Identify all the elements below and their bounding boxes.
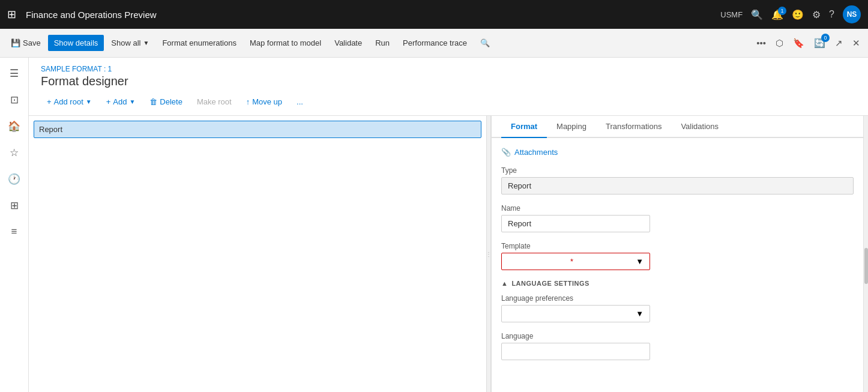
scrollbar-thumb[interactable] bbox=[864, 248, 868, 284]
save-icon: 💾 bbox=[11, 38, 20, 47]
tab-validations[interactable]: Validations bbox=[671, 116, 728, 138]
help-icon[interactable]: ? bbox=[829, 9, 834, 20]
sidebar-menu-icon[interactable]: ☰ bbox=[4, 62, 25, 84]
right-panel: Format Mapping Transformations Validatio… bbox=[491, 116, 863, 392]
template-field-group: Template * ▼ bbox=[501, 242, 854, 270]
connected-icon[interactable]: ⬡ bbox=[773, 35, 786, 52]
tab-transformations[interactable]: Transformations bbox=[596, 116, 671, 138]
template-required-star: * bbox=[570, 257, 573, 266]
search-action-icon[interactable]: 🔍 bbox=[474, 35, 496, 51]
show-details-label: Show details bbox=[54, 38, 98, 47]
add-chevron-icon: ▼ bbox=[129, 98, 135, 105]
show-all-button[interactable]: Show all ▼ bbox=[105, 35, 155, 51]
template-label: Template bbox=[501, 242, 854, 250]
refresh-badge: 0 bbox=[821, 34, 830, 42]
validate-button[interactable]: Validate bbox=[328, 35, 368, 51]
make-root-button: Make root bbox=[191, 94, 238, 109]
sidebar-home-icon[interactable]: 🏠 bbox=[4, 115, 25, 137]
tab-format[interactable]: Format bbox=[501, 116, 547, 138]
page-header: SAMPLE FORMAT : 1 Format designer bbox=[29, 58, 868, 88]
title-bar: ⊞ Finance and Operations Preview USMF 🔍 … bbox=[0, 0, 868, 29]
section-collapse-icon: ▲ bbox=[501, 280, 508, 287]
language-preferences-dropdown[interactable]: ▼ bbox=[501, 305, 650, 322]
sidebar: ☰ ⊡ 🏠 ☆ 🕐 ⊞ ≡ bbox=[0, 58, 29, 392]
add-root-button[interactable]: + Add root ▼ bbox=[41, 94, 98, 109]
breadcrumb[interactable]: SAMPLE FORMAT : 1 bbox=[41, 65, 856, 73]
map-format-to-model-button[interactable]: Map format to model bbox=[244, 35, 327, 51]
show-all-chevron-icon: ▼ bbox=[143, 40, 149, 46]
app-title: Finance and Operations Preview bbox=[26, 10, 714, 20]
panel-divider[interactable]: ⋮ bbox=[486, 116, 491, 392]
content-area: SAMPLE FORMAT : 1 Format designer + Add … bbox=[29, 58, 868, 392]
language-field-group: Language bbox=[501, 332, 854, 360]
add-root-plus-icon: + bbox=[47, 97, 52, 106]
more-options-icon[interactable]: ••• bbox=[753, 35, 769, 51]
action-bar: 💾 Save Show details Show all ▼ Format en… bbox=[0, 29, 868, 58]
type-value: Report bbox=[501, 177, 854, 194]
delete-trash-icon: 🗑 bbox=[149, 97, 157, 106]
designer-toolbar: + Add root ▼ + Add ▼ 🗑 Delete Make root … bbox=[29, 88, 868, 116]
language-input[interactable] bbox=[501, 343, 650, 360]
sidebar-filter-icon[interactable]: ⊡ bbox=[4, 89, 25, 110]
show-details-button[interactable]: Show details bbox=[48, 35, 104, 51]
right-scrollbar[interactable] bbox=[863, 116, 868, 392]
template-dropdown-icon: ▼ bbox=[636, 257, 643, 266]
name-field-group: Name bbox=[501, 204, 854, 232]
settings-icon[interactable]: ⚙ bbox=[812, 9, 821, 20]
add-plus-icon: + bbox=[106, 97, 111, 106]
performance-trace-button[interactable]: Performance trace bbox=[397, 35, 473, 51]
tree-panel: Report bbox=[29, 116, 486, 392]
panel-tabs: Format Mapping Transformations Validatio… bbox=[492, 116, 863, 138]
add-button[interactable]: + Add ▼ bbox=[100, 94, 142, 109]
add-root-chevron-icon: ▼ bbox=[86, 98, 92, 105]
template-dropdown[interactable]: * ▼ bbox=[501, 253, 650, 270]
tree-node-report[interactable]: Report bbox=[34, 121, 481, 138]
name-input[interactable] bbox=[501, 215, 650, 232]
language-preferences-label: Language preferences bbox=[501, 294, 854, 303]
usmf-label: USMF bbox=[720, 10, 743, 19]
more-toolbar-button[interactable]: ... bbox=[291, 94, 309, 109]
notification-badge: 1 bbox=[778, 7, 786, 15]
avatar[interactable]: NS bbox=[843, 5, 861, 23]
bookmark-icon[interactable]: 🔖 bbox=[790, 35, 807, 52]
panel-content: 📎 Attachments Type Report Name bbox=[492, 138, 863, 392]
name-label: Name bbox=[501, 204, 854, 213]
format-enumerations-button[interactable]: Format enumerations bbox=[156, 35, 243, 51]
language-preferences-field-group: Language preferences ▼ bbox=[501, 294, 854, 322]
designer-split: Report ⋮ Format Mapping Transformations … bbox=[29, 116, 868, 392]
expand-icon[interactable]: ↗ bbox=[832, 35, 846, 52]
language-label: Language bbox=[501, 332, 854, 340]
search-icon[interactable]: 🔍 bbox=[751, 9, 763, 20]
notification-icon[interactable]: 🔔 1 bbox=[771, 9, 783, 20]
refresh-icon[interactable]: 🔄 0 bbox=[811, 35, 828, 52]
run-button[interactable]: Run bbox=[369, 35, 396, 51]
sidebar-favorites-icon[interactable]: ☆ bbox=[4, 142, 25, 163]
type-field-group: Type Report bbox=[501, 166, 854, 194]
attachments-button[interactable]: 📎 Attachments bbox=[501, 148, 854, 157]
close-icon[interactable]: ✕ bbox=[849, 35, 863, 52]
type-label: Type bbox=[501, 166, 854, 175]
language-settings-section[interactable]: ▲ LANGUAGE SETTINGS bbox=[501, 280, 854, 287]
main-layout: ☰ ⊡ 🏠 ☆ 🕐 ⊞ ≡ SAMPLE FORMAT : 1 Format d… bbox=[0, 58, 868, 392]
sidebar-workspaces-icon[interactable]: ⊞ bbox=[4, 194, 25, 216]
save-button[interactable]: 💾 Save bbox=[5, 35, 47, 51]
move-up-arrow-icon: ↑ bbox=[246, 97, 250, 106]
app-grid-icon[interactable]: ⊞ bbox=[7, 8, 16, 21]
language-preferences-chevron-icon: ▼ bbox=[636, 309, 643, 318]
tab-mapping[interactable]: Mapping bbox=[547, 116, 596, 138]
smiley-icon[interactable]: 🙂 bbox=[792, 9, 804, 20]
move-up-button[interactable]: ↑ Move up bbox=[240, 94, 288, 109]
sidebar-list-icon[interactable]: ≡ bbox=[4, 221, 25, 243]
page-title: Format designer bbox=[41, 74, 856, 88]
paperclip-icon: 📎 bbox=[501, 148, 511, 157]
delete-button[interactable]: 🗑 Delete bbox=[143, 94, 188, 109]
sidebar-recent-icon[interactable]: 🕐 bbox=[4, 168, 25, 190]
